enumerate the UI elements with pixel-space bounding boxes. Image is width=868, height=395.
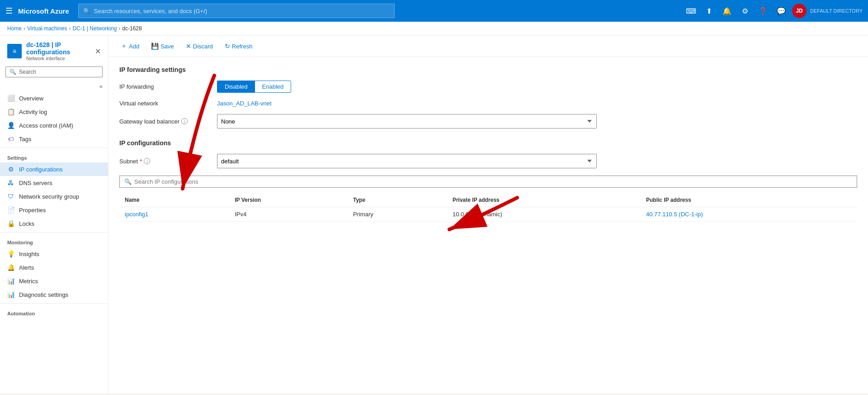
sidebar-item-overview[interactable]: ⬜ Overview (0, 91, 108, 105)
sidebar-item-tags[interactable]: 🏷 Tags (0, 132, 108, 146)
col-name: Name (119, 193, 229, 207)
diagnostic-icon: 📊 (7, 291, 14, 298)
resource-icon: ≡ (7, 44, 22, 58)
subnet-required: * (140, 158, 142, 165)
sidebar: ≡ dc-1628 | IP configurations Network in… (0, 36, 108, 394)
sidebar-item-activity-log[interactable]: 📋 Activity log (0, 105, 108, 119)
refresh-button[interactable]: ↻ Refresh (220, 40, 258, 52)
subnet-info-icon[interactable]: i (144, 158, 150, 164)
ip-forwarding-label: IP forwarding (119, 83, 210, 90)
save-icon: 💾 (151, 43, 159, 50)
cloud-shell-icon[interactable]: ⌨ (684, 4, 698, 18)
content-area: ＋ Add 💾 Save ✕ Discard ↻ Refresh IP forw… (108, 36, 868, 394)
properties-icon: 📄 (7, 206, 14, 214)
sidebar-item-label: Insights (19, 251, 39, 257)
ip-forwarding-toggle-container: Disabled Enabled (217, 81, 857, 93)
search-ip-bar[interactable]: 🔍 (119, 176, 857, 188)
discard-button[interactable]: ✕ Discard (181, 40, 218, 52)
access-control-icon: 👤 (7, 122, 14, 129)
automation-section-label: Automation (0, 305, 108, 318)
activity-log-icon: 📋 (7, 108, 14, 115)
breadcrumb-networking[interactable]: DC-1 | Networking (73, 25, 117, 32)
search-label: Search (19, 69, 36, 75)
cell-ip-version: IPv4 (229, 207, 348, 222)
sidebar-item-network-security-group[interactable]: 🛡 Network security group (0, 190, 108, 203)
add-label: Add (129, 43, 139, 50)
sidebar-item-insights[interactable]: 💡 Insights (0, 247, 108, 261)
breadcrumb-vms[interactable]: Virtual machines (27, 25, 67, 32)
col-type: Type (348, 193, 447, 207)
global-search[interactable]: 🔍 Search resources, services, and docs (… (78, 4, 395, 18)
sidebar-header: ≡ dc-1628 | IP configurations Network in… (0, 36, 108, 65)
feedback-icon[interactable]: 💬 (774, 4, 788, 18)
sidebar-item-dns-servers[interactable]: 🖧 DNS servers (0, 176, 108, 190)
notifications-icon[interactable]: 🔔 (720, 4, 734, 18)
table-container: Name IP Version Type Private IP address … (119, 193, 857, 222)
sidebar-item-label: Diagnostic settings (19, 291, 68, 298)
discard-label: Discard (193, 43, 213, 50)
sidebar-item-metrics[interactable]: 📊 Metrics (0, 274, 108, 288)
table-body: ipconfig1 IPv4 Primary 10.0.0.4 (Dynamic… (119, 207, 857, 222)
ip-forwarding-toggle[interactable]: Disabled Enabled (217, 81, 291, 93)
settings-icon[interactable]: ⚙ (738, 4, 752, 18)
search-ip-input[interactable] (134, 178, 852, 185)
tags-icon: 🏷 (7, 135, 14, 143)
table-row[interactable]: ipconfig1 IPv4 Primary 10.0.0.4 (Dynamic… (119, 207, 857, 222)
sidebar-divider-monitoring (0, 232, 108, 233)
sidebar-search[interactable]: 🔍 Search (5, 67, 103, 77)
cell-public-ip: 40.77.110.5 (DC-1-ip) (641, 207, 857, 222)
ip-configurations-section-title: IP configurations (119, 139, 857, 147)
public-ip-link[interactable]: 40.77.110.5 (DC-1-ip) (646, 211, 703, 218)
sidebar-item-locks[interactable]: 🔒 Locks (0, 217, 108, 230)
gateway-lb-label: Gateway load balancer i (119, 118, 210, 125)
sidebar-divider-automation (0, 303, 108, 304)
monitoring-section-label: Monitoring (0, 234, 108, 247)
add-button[interactable]: ＋ Add (116, 39, 144, 53)
upload-icon[interactable]: ⬆ (702, 4, 716, 18)
subnet-select[interactable]: default (217, 154, 597, 168)
add-icon: ＋ (121, 42, 127, 50)
save-button[interactable]: 💾 Save (146, 40, 179, 52)
col-ip-version: IP Version (229, 193, 348, 207)
user-avatar[interactable]: JD (792, 4, 807, 18)
hamburger-menu[interactable]: ☰ (5, 6, 13, 16)
virtual-network-label: Virtual network (119, 100, 210, 107)
subnet-select-container: default (217, 154, 857, 168)
ip-forwarding-section-title: IP forwarding settings (119, 66, 857, 73)
discard-icon: ✕ (186, 43, 191, 50)
sidebar-title-block: dc-1628 | IP configurations Network inte… (26, 41, 90, 61)
sidebar-item-ip-configurations[interactable]: ⚙ IP configurations (0, 162, 108, 176)
virtual-network-row: Virtual network Jason_AD_LAB-vnet (119, 100, 857, 107)
ip-config-name-link[interactable]: ipconfig1 (125, 211, 148, 218)
toolbar: ＋ Add 💾 Save ✕ Discard ↻ Refresh (108, 36, 868, 57)
overview-icon: ⬜ (7, 95, 14, 102)
sidebar-item-properties[interactable]: 📄 Properties (0, 203, 108, 217)
ip-config-icon: ⚙ (7, 166, 14, 173)
close-button[interactable]: ✕ (95, 47, 101, 56)
sidebar-item-diagnostic-settings[interactable]: 📊 Diagnostic settings (0, 288, 108, 301)
sidebar-item-access-control[interactable]: 👤 Access control (IAM) (0, 119, 108, 132)
toggle-enabled[interactable]: Enabled (255, 81, 291, 92)
search-ip-icon: 🔍 (124, 178, 132, 185)
gateway-lb-info-icon[interactable]: i (181, 118, 188, 124)
sidebar-item-label: IP configurations (19, 166, 63, 173)
sidebar-item-label: Network security group (19, 193, 79, 200)
virtual-network-value: Jason_AD_LAB-vnet (217, 100, 857, 107)
breadcrumb-sep-3: › (118, 25, 120, 32)
directory-label: DEFAULT DIRECTORY (810, 8, 863, 14)
virtual-network-link[interactable]: Jason_AD_LAB-vnet (217, 100, 272, 107)
collapse-sidebar-button[interactable]: « (0, 81, 108, 91)
help-icon[interactable]: ❓ (756, 4, 770, 18)
ip-configurations-section: IP configurations Subnet * i default (119, 139, 857, 222)
sidebar-item-label: Properties (19, 207, 46, 214)
main-layout: ≡ dc-1628 | IP configurations Network in… (0, 36, 868, 394)
sidebar-item-label: Tags (19, 136, 31, 143)
breadcrumb-home[interactable]: Home (7, 25, 22, 32)
dns-icon: 🖧 (7, 179, 14, 186)
sidebar-search-box: 🔍 Search (0, 65, 108, 81)
search-icon: 🔍 (83, 8, 90, 14)
sidebar-item-alerts[interactable]: 🔔 Alerts (0, 261, 108, 274)
subnet-label: Subnet * i (119, 158, 210, 165)
toggle-disabled[interactable]: Disabled (217, 81, 255, 92)
gateway-lb-select[interactable]: None (217, 114, 597, 128)
